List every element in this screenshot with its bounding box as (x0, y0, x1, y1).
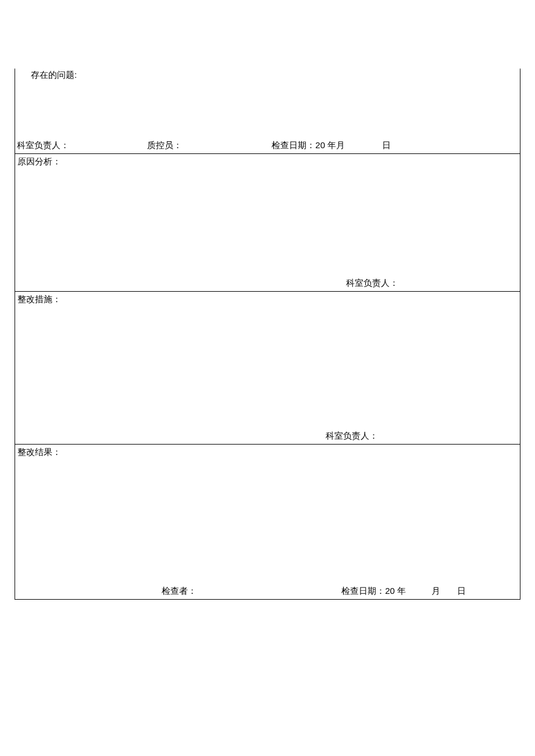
dept-head-label: 科室负责人： (326, 431, 378, 442)
month-suffix: 月 (336, 140, 345, 150)
check-date-prefix: 检查日期： (341, 586, 385, 596)
checker-label: 检查者： (162, 586, 197, 597)
section-results: 整改结果： 检查者： 检查日期：20 年 月 日 (15, 445, 520, 600)
check-date-prefix: 检查日期： (272, 140, 315, 150)
measures-footer: 科室负责人： (17, 431, 518, 442)
section-problems: 存在的问题: 科室负责人： 质控员： 检查日期：20 年月 日 (15, 0, 520, 154)
analysis-label: 原因分析： (17, 156, 61, 167)
left-border-partial (15, 69, 15, 153)
results-label: 整改结果： (17, 447, 61, 458)
section-measures: 整改措施： 科室负责人： (15, 292, 520, 445)
results-footer: 检查者： 检查日期：20 年 月 日 (17, 586, 518, 597)
dept-head-label: 科室负责人： (17, 140, 69, 151)
measures-label: 整改措施： (17, 294, 61, 305)
check-date-label: 检查日期：20 年月 (272, 140, 345, 151)
dept-head-label: 科室负责人： (346, 278, 398, 289)
year-suffix: 年 (327, 140, 336, 150)
check-date-label: 检查日期：20 年 (341, 586, 406, 597)
problems-footer: 科室负责人： 质控员： 检查日期：20 年月 日 (17, 140, 518, 151)
qc-officer-label: 质控员： (147, 140, 182, 151)
day-suffix: 日 (382, 140, 391, 151)
analysis-footer: 科室负责人： (17, 278, 518, 289)
year-prefix: 20 (385, 586, 395, 596)
form-page: 存在的问题: 科室负责人： 质控员： 检查日期：20 年月 日 原因分析： 科室… (15, 0, 520, 600)
year-prefix: 20 (315, 140, 325, 150)
right-border-partial (520, 69, 520, 153)
problems-label: 存在的问题: (31, 70, 77, 81)
section-analysis: 原因分析： 科室负责人： (15, 154, 520, 292)
year-suffix: 年 (397, 586, 406, 596)
month-suffix: 月 (431, 586, 440, 597)
day-suffix: 日 (457, 586, 466, 597)
